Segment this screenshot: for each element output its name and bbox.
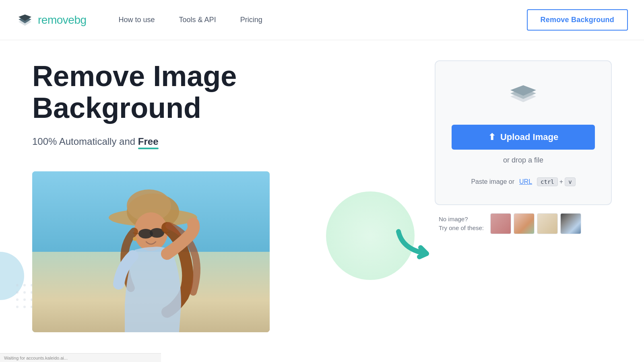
demo-image bbox=[32, 171, 270, 332]
sample-image-1[interactable] bbox=[490, 213, 511, 234]
nav-pricing[interactable]: Pricing bbox=[240, 16, 262, 24]
layers-icon-wrapper bbox=[507, 81, 539, 111]
drop-file-text: or drop a file bbox=[503, 156, 543, 165]
header-right: Remove Background bbox=[527, 9, 628, 31]
upload-image-button[interactable]: ⬆ Upload Image bbox=[452, 125, 595, 150]
svg-point-12 bbox=[133, 237, 137, 241]
upload-icon: ⬆ bbox=[488, 132, 495, 142]
paste-area: Paste image or URL ctrl + v bbox=[471, 177, 575, 186]
hero-title: Remove Image Background bbox=[32, 60, 402, 124]
hero-subtitle: 100% Automatically and Free bbox=[32, 136, 159, 147]
nav-how-to-use[interactable]: How to use bbox=[119, 16, 155, 24]
status-text: Waiting for accounts.kaleido.ai... bbox=[4, 356, 68, 360]
header: removebg How to use Tools & API Pricing … bbox=[0, 0, 644, 40]
no-image-text: No image? Try one of these: bbox=[439, 215, 484, 233]
logo-text: removebg bbox=[38, 14, 87, 27]
status-bar: Waiting for accounts.kaleido.ai... bbox=[0, 353, 161, 362]
logo[interactable]: removebg bbox=[16, 11, 87, 29]
kbd-ctrl: ctrl bbox=[537, 177, 558, 186]
right-side: ⬆ Upload Image or drop a file Paste imag… bbox=[435, 60, 612, 234]
hero-section: Remove Image Background 100% Automatical… bbox=[32, 60, 402, 332]
layers-icon bbox=[507, 81, 539, 109]
sample-images bbox=[490, 213, 581, 234]
sample-image-4[interactable] bbox=[560, 213, 581, 234]
main-nav: How to use Tools & API Pricing bbox=[119, 16, 262, 24]
green-arrow bbox=[394, 226, 443, 269]
remove-background-button[interactable]: Remove Background bbox=[527, 9, 628, 31]
logo-icon bbox=[16, 11, 34, 29]
keyboard-shortcut: ctrl + v bbox=[537, 177, 576, 186]
paste-prefix-text: Paste image or bbox=[471, 178, 514, 185]
nav-tools-api[interactable]: Tools & API bbox=[179, 16, 216, 24]
paste-url-link[interactable]: URL bbox=[519, 178, 532, 185]
no-image-line1: No image? bbox=[439, 215, 484, 224]
no-image-line2: Try one of these: bbox=[439, 224, 484, 233]
woman-figure bbox=[87, 175, 215, 332]
kbd-v: v bbox=[565, 177, 575, 186]
main-content: Remove Image Background 100% Automatical… bbox=[0, 40, 644, 332]
upload-button-label: Upload Image bbox=[500, 132, 558, 142]
demo-area bbox=[32, 171, 402, 332]
no-image-section: No image? Try one of these: bbox=[435, 213, 612, 234]
upload-panel: ⬆ Upload Image or drop a file Paste imag… bbox=[435, 60, 612, 205]
demo-image-container bbox=[32, 171, 270, 332]
kbd-plus: + bbox=[559, 178, 563, 185]
sample-image-3[interactable] bbox=[537, 213, 558, 234]
sample-image-2[interactable] bbox=[514, 213, 535, 234]
